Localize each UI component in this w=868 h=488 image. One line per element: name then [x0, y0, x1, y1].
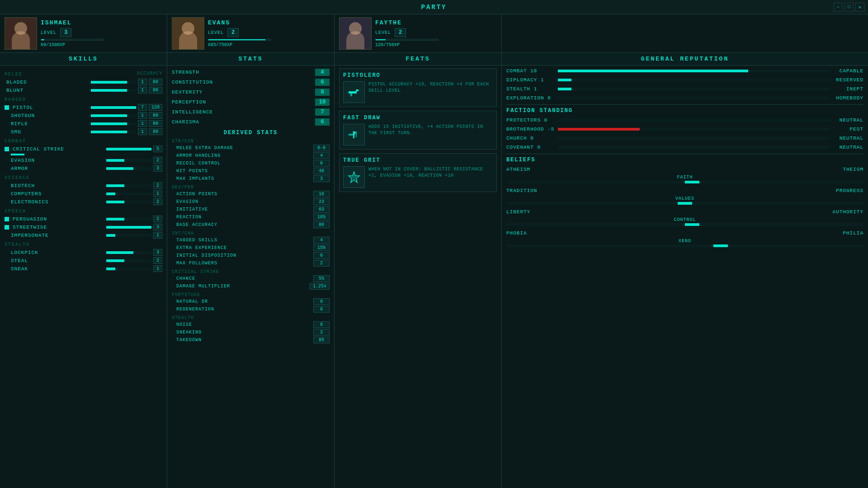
- title-bar: PARTY – □ ✕: [0, 0, 868, 14]
- rep-combat: COMBAT 18 CAPABLE: [506, 68, 863, 74]
- derived-armor-handling: ARMOR HANDLING 4: [172, 152, 330, 159]
- skill-streetwise-level: 3: [153, 224, 162, 230]
- derived-evasion: EVASION 23: [172, 198, 330, 205]
- skill-computers[interactable]: COMPUTERS 1: [5, 190, 162, 197]
- accuracy-label: ACCURACY: [137, 71, 162, 76]
- skill-persuasion[interactable]: PERSUASION 2: [5, 216, 162, 222]
- restore-button[interactable]: □: [844, 3, 854, 12]
- skill-smg-level: 1: [138, 128, 147, 135]
- faction-protectors-status: NEUTRAL: [832, 117, 863, 123]
- rep-stealth-bar: [558, 88, 830, 90]
- skills-panel: SKILLS MELEE ACCURACY BLADED 1 80 BLUNT …: [0, 53, 167, 488]
- skill-streetwise[interactable]: STREETWISE 3: [5, 224, 162, 230]
- feat-true-grit-desc: WHEN NOT IN COVER: BALLISTIC RESISTANCE …: [368, 166, 493, 179]
- level-label-evans: LEVEL: [208, 30, 224, 35]
- characters-header-row: ISHMAEL LEVEL 3 69/1500XP EVANS LEVEL 2: [0, 14, 868, 53]
- faction-protectors-bar: [558, 119, 830, 122]
- belief-control-indicator: [685, 223, 699, 226]
- svg-rect-2: [350, 94, 352, 96]
- faction-covenant-status: NEUTRAL: [832, 145, 863, 150]
- skill-steal[interactable]: STEAL 2: [5, 257, 162, 264]
- window-title: PARTY: [421, 4, 447, 11]
- derived-crit-chance-name: CHANCE: [176, 276, 195, 281]
- derived-nat-dr-val: 0: [313, 298, 330, 305]
- character-evans[interactable]: EVANS LEVEL 2 685/750XP: [167, 14, 335, 52]
- skill-pistol[interactable]: PISTOL 7 120: [5, 104, 162, 111]
- avatar-evans: [172, 17, 204, 50]
- belief-xeno-labels: PHOBIA PHILIA: [506, 230, 863, 236]
- stat-charisma-val: 6: [315, 118, 330, 126]
- faction-protectors-label: PROTECTORS 0: [506, 117, 556, 123]
- skill-critical-strike[interactable]: CRITICAL STRIKE 5: [5, 145, 162, 152]
- feat-true-grit: TRUE GRIT WHEN NOT IN COVER: BALLISTIC R…: [339, 153, 497, 192]
- derived-noise: NOISE 8: [172, 321, 330, 328]
- skill-electronics[interactable]: ELECTRONICS 2: [5, 198, 162, 205]
- belief-xeno-indicator: [713, 244, 728, 247]
- feat-pistolero: PISTOLERO PISTOL ACCURACY +10, REACTION …: [339, 68, 497, 107]
- skill-critical-name: CRITICAL STRIKE: [11, 146, 104, 152]
- skill-pistol-name: PISTOL: [11, 105, 89, 110]
- character-ishmael[interactable]: ISHMAEL LEVEL 3 69/1500XP: [0, 14, 167, 52]
- derived-takedown: TAKEDOWN 85: [172, 337, 330, 343]
- svg-rect-6: [353, 131, 354, 138]
- derived-extra-xp-val: 15%: [313, 244, 330, 251]
- xp-fill-evans: [208, 39, 265, 40]
- skill-critical-level: 5: [153, 145, 162, 152]
- derived-evasion-name: EVASION: [176, 199, 198, 204]
- stat-constitution-val: 6: [315, 79, 330, 86]
- faction-church-label: CHURCH 0: [506, 136, 556, 141]
- rep-stealth-status: INEPT: [832, 86, 863, 92]
- close-button[interactable]: ✕: [855, 3, 864, 12]
- svg-rect-0: [349, 91, 357, 94]
- minimize-button[interactable]: –: [834, 3, 843, 12]
- feat-pistolero-content: PISTOL ACCURACY +10, REACTION +4 FOR EAC…: [343, 81, 493, 103]
- belief-xeno-center: XENO: [506, 239, 863, 244]
- skill-blunt[interactable]: BLUNT 1 80: [5, 87, 162, 94]
- derived-reaction-name: REACTION: [176, 215, 202, 220]
- skill-blunt-name: BLUNT: [5, 88, 89, 93]
- skill-shotgun-level: 1: [138, 112, 147, 119]
- rep-content: COMBAT 18 CAPABLE DIPLOMACY 1 RESERVED S…: [502, 66, 868, 488]
- faction-church: CHURCH 0 NEUTRAL: [506, 136, 863, 141]
- derived-disposition-val: 0: [313, 252, 330, 259]
- belief-tradition-label: TRADITION: [506, 188, 542, 193]
- belief-phobia-label: PHOBIA: [506, 230, 542, 236]
- skill-shotgun[interactable]: SHOTGUN 1 80: [5, 112, 162, 119]
- derived-tagged: TAGGED SKILLS 4: [172, 237, 330, 244]
- skill-sneak-level: 1: [153, 265, 162, 272]
- skill-armor-name: ARMOR: [5, 166, 104, 171]
- stat-strength-val: 4: [315, 69, 330, 76]
- skill-biotech[interactable]: BIOTECH 2: [5, 182, 162, 189]
- melee-category: MELEE: [5, 72, 23, 77]
- skill-armor[interactable]: ARMOR 3: [5, 165, 162, 172]
- stat-charisma-name: CHARISMA: [172, 119, 199, 125]
- derived-initiative: INITIATIVE 63: [172, 206, 330, 213]
- xp-text-evans: 685/750XP: [208, 42, 271, 47]
- skill-impersonate-name: IMPERSONATE: [5, 233, 104, 238]
- skill-rifle-bar: [91, 122, 136, 125]
- derived-recoil-val: 0: [313, 160, 330, 167]
- skill-smg[interactable]: SMG 1 80: [5, 128, 162, 135]
- melee-category-row: MELEE ACCURACY: [5, 68, 162, 79]
- char-info-evans: EVANS LEVEL 2 685/750XP: [208, 19, 271, 47]
- skill-evasion[interactable]: EVASION 2: [5, 157, 162, 164]
- rep-diplomacy-bar: [558, 79, 830, 81]
- belief-faith-indicator: [685, 181, 699, 183]
- skill-bladed[interactable]: BLADED 1 80: [5, 79, 162, 85]
- skill-armor-bar: [106, 167, 151, 170]
- derived-implants: MAX IMPLANTS 3: [172, 175, 330, 182]
- critical-sub-bar: [11, 154, 24, 155]
- pistolero-icon: [343, 81, 365, 103]
- skill-sneak[interactable]: SNEAK 1: [5, 265, 162, 272]
- belief-xeno-bar: [506, 244, 863, 247]
- character-faythe[interactable]: FAYTHE LEVEL 2 120/750XP: [335, 14, 502, 52]
- level-label-faythe: LEVEL: [375, 30, 391, 35]
- skill-lockpick[interactable]: LOCKPICK 3: [5, 249, 162, 256]
- skill-impersonate[interactable]: IMPERSONATE 1: [5, 232, 162, 239]
- derived-extra-xp-name: EXTRA EXPERIENCE: [176, 245, 227, 250]
- skill-computers-name: COMPUTERS: [5, 191, 104, 197]
- derived-ap: ACTION POINTS 16: [172, 191, 330, 197]
- faction-church-bar: [558, 137, 830, 140]
- rep-exploration-label: EXPLORATION 0: [506, 95, 556, 101]
- skill-rifle[interactable]: RIFLE 1 80: [5, 120, 162, 127]
